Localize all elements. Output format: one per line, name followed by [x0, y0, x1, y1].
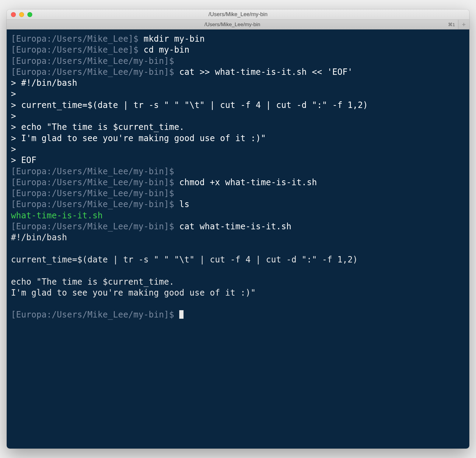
zoom-icon[interactable] — [27, 12, 32, 17]
terminal-content[interactable]: [Europa:/Users/Mike_Lee]$ mkdir my-bin[E… — [7, 29, 469, 449]
command-output: echo "The time is $current_time. — [11, 277, 174, 286]
shell-command: cat >> what-time-is-it.sh << 'EOF' — [179, 67, 353, 77]
shell-prompt: [Europa:/Users/Mike_Lee/my-bin]$ — [11, 221, 179, 231]
terminal-line — [11, 298, 465, 309]
terminal-line: [Europa:/Users/Mike_Lee/my-bin]$ — [11, 166, 465, 177]
heredoc-continuation: > — [11, 111, 21, 121]
terminal-line: [Europa:/Users/Mike_Lee/my-bin]$ chmod +… — [11, 177, 465, 188]
shell-prompt: [Europa:/Users/Mike_Lee/my-bin]$ — [11, 56, 174, 66]
terminal-line: > EOF — [11, 154, 465, 165]
terminal-line: what-time-is-it.sh — [11, 210, 465, 221]
terminal-line: [Europa:/Users/Mike_Lee/my-bin]$ — [11, 309, 465, 320]
heredoc-continuation: > — [11, 89, 21, 99]
shell-prompt: [Europa:/Users/Mike_Lee/my-bin]$ — [11, 67, 179, 77]
shell-prompt: [Europa:/Users/Mike_Lee/my-bin]$ — [11, 177, 179, 187]
shell-command: mkdir my-bin — [144, 34, 205, 43]
tabbar: /Users/Mike_Lee/my-bin ⌘1 + — [7, 20, 469, 29]
heredoc-continuation: > I'm glad to see you're making good use… — [11, 133, 266, 143]
terminal-line: > — [11, 88, 465, 99]
shell-prompt: [Europa:/Users/Mike_Lee]$ — [11, 34, 144, 43]
minimize-icon[interactable] — [19, 12, 24, 17]
terminal-line: [Europa:/Users/Mike_Lee/my-bin]$ cat >> … — [11, 66, 465, 77]
tab-add-button[interactable]: + — [458, 20, 469, 29]
tab-label: /Users/Mike_Lee/my-bin — [205, 22, 260, 28]
command-output: I'm glad to see you're making good use o… — [11, 288, 256, 297]
shell-prompt: [Europa:/Users/Mike_Lee/my-bin]$ — [11, 310, 179, 319]
shell-command: cat what-time-is-it.sh — [179, 221, 292, 231]
terminal-line: [Europa:/Users/Mike_Lee]$ cd my-bin — [11, 44, 465, 55]
terminal-line: [Europa:/Users/Mike_Lee/my-bin]$ cat wha… — [11, 221, 465, 232]
shell-command: ls — [179, 199, 190, 209]
terminal-line: > — [11, 144, 465, 154]
terminal-line: I'm glad to see you're making good use o… — [11, 287, 465, 298]
terminal-line: echo "The time is $current_time. — [11, 276, 465, 287]
close-icon[interactable] — [11, 12, 16, 17]
terminal-line: [Europa:/Users/Mike_Lee/my-bin]$ — [11, 188, 465, 199]
heredoc-continuation: > #!/bin/bash — [11, 78, 77, 88]
command-output: #!/bin/bash — [11, 232, 67, 242]
shell-prompt: [Europa:/Users/Mike_Lee/my-bin]$ — [11, 199, 179, 209]
shell-prompt: [Europa:/Users/Mike_Lee]$ — [11, 45, 144, 54]
heredoc-continuation: > current_time=$(date | tr -s " " "\t" |… — [11, 100, 368, 110]
traffic-lights — [7, 12, 32, 17]
terminal-line: [Europa:/Users/Mike_Lee]$ mkdir my-bin — [11, 33, 465, 44]
terminal-window: /Users/Mike_Lee/my-bin /Users/Mike_Lee/m… — [7, 9, 469, 449]
terminal-line: > I'm glad to see you're making good use… — [11, 133, 465, 144]
shell-command: cd my-bin — [144, 45, 190, 54]
shell-prompt: [Europa:/Users/Mike_Lee/my-bin]$ — [11, 166, 174, 176]
executable-file: what-time-is-it.sh — [11, 210, 103, 220]
plus-icon: + — [462, 21, 466, 29]
terminal-line — [11, 243, 465, 254]
titlebar[interactable]: /Users/Mike_Lee/my-bin — [7, 9, 469, 20]
heredoc-continuation: > echo "The time is $current_time. — [11, 122, 184, 132]
heredoc-continuation: > EOF — [11, 155, 37, 165]
terminal-line: > — [11, 110, 465, 121]
terminal-line: > echo "The time is $current_time. — [11, 121, 465, 132]
terminal-line: #!/bin/bash — [11, 232, 465, 243]
terminal-line: > current_time=$(date | tr -s " " "\t" |… — [11, 99, 465, 110]
terminal-line: [Europa:/Users/Mike_Lee/my-bin]$ — [11, 55, 465, 66]
tab-terminal[interactable]: /Users/Mike_Lee/my-bin ⌘1 — [7, 20, 458, 29]
shell-command: chmod +x what-time-is-it.sh — [179, 177, 317, 187]
terminal-line: [Europa:/Users/Mike_Lee/my-bin]$ ls — [11, 199, 465, 210]
shell-prompt: [Europa:/Users/Mike_Lee/my-bin]$ — [11, 188, 174, 198]
terminal-line: > #!/bin/bash — [11, 77, 465, 88]
terminal-line: current_time=$(date | tr -s " " "\t" | c… — [11, 254, 465, 265]
tab-shortcut: ⌘1 — [448, 22, 455, 27]
cursor-icon — [179, 310, 184, 319]
terminal-line — [11, 265, 465, 276]
window-title: /Users/Mike_Lee/my-bin — [7, 11, 469, 18]
command-output: current_time=$(date | tr -s " " "\t" | c… — [11, 255, 358, 264]
heredoc-continuation: > — [11, 144, 21, 154]
